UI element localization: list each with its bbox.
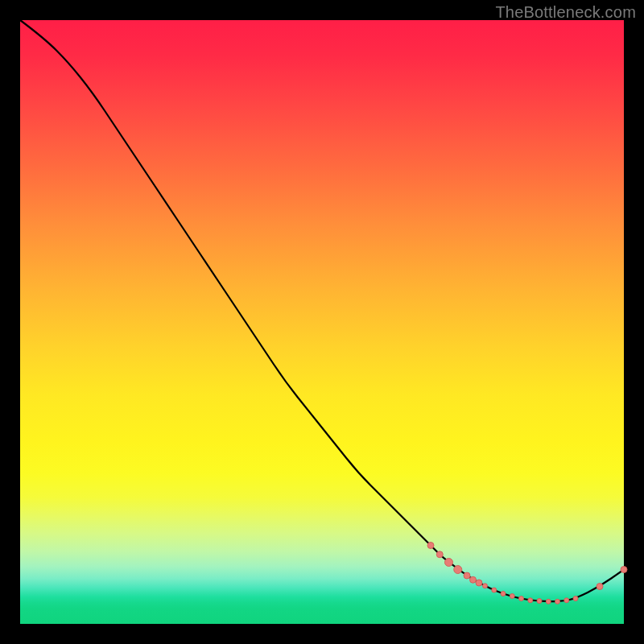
data-marker bbox=[519, 597, 524, 601]
data-marker bbox=[445, 559, 453, 567]
data-marker bbox=[528, 598, 533, 603]
data-marker bbox=[546, 599, 551, 604]
data-markers bbox=[427, 543, 627, 605]
bottleneck-curve bbox=[20, 20, 624, 601]
chart-stage: TheBottleneck.com bbox=[0, 0, 644, 644]
data-marker bbox=[597, 584, 603, 590]
data-marker bbox=[436, 551, 443, 558]
data-marker bbox=[476, 580, 482, 586]
data-marker bbox=[470, 576, 477, 583]
chart-plot-area bbox=[20, 20, 624, 624]
chart-svg bbox=[20, 20, 624, 624]
data-marker bbox=[483, 584, 488, 588]
data-marker bbox=[510, 594, 514, 599]
data-marker bbox=[537, 599, 542, 604]
attribution-label: TheBottleneck.com bbox=[495, 3, 636, 22]
data-marker bbox=[501, 592, 506, 597]
data-marker bbox=[573, 597, 578, 601]
data-marker bbox=[464, 572, 470, 579]
data-marker bbox=[564, 598, 569, 603]
data-marker bbox=[621, 567, 627, 573]
data-marker bbox=[492, 588, 497, 592]
data-marker bbox=[555, 599, 560, 604]
data-marker bbox=[454, 566, 462, 574]
data-marker bbox=[427, 543, 434, 549]
